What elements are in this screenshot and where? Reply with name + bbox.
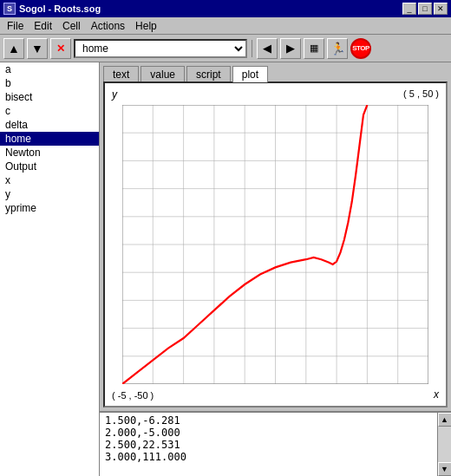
- sidebar-item-newton[interactable]: Newton: [0, 146, 99, 160]
- up-button[interactable]: ▲: [3, 38, 24, 59]
- x-axis-label: x: [434, 388, 439, 401]
- plot-container: y ( 5 , 50 ) ( -5 , -50 ) x: [103, 82, 448, 408]
- close-button[interactable]: ✕: [434, 3, 448, 15]
- sidebar-item-bisect[interactable]: bisect: [0, 90, 99, 104]
- y-axis-label: y: [112, 88, 117, 101]
- sidebar-item-delta[interactable]: delta: [0, 118, 99, 132]
- down-button[interactable]: ▼: [27, 38, 48, 59]
- output-line-4: 3.000,111.000: [105, 451, 432, 463]
- main-area: a b bisect c delta home Newton Output x …: [0, 62, 451, 476]
- minimize-button[interactable]: _: [402, 3, 416, 15]
- sidebar-item-yprime[interactable]: yprime: [0, 201, 99, 215]
- tab-plot[interactable]: plot: [232, 66, 268, 82]
- output-scrollbar[interactable]: ▲ ▼: [437, 413, 451, 476]
- menu-bar: File Edit Cell Actions Help: [0, 17, 451, 35]
- output-line-3: 2.500,22.531: [105, 439, 432, 451]
- back-button[interactable]: ◀: [257, 38, 278, 59]
- tab-value[interactable]: value: [141, 66, 185, 82]
- plot-top-right-coord: ( 5 , 50 ): [403, 88, 439, 99]
- cell-dropdown[interactable]: home a b bisect c delta Newton Output x …: [74, 39, 247, 58]
- window-title: Sogol - Roots.sog: [19, 3, 101, 14]
- menu-file[interactable]: File: [2, 18, 29, 34]
- scroll-up-button[interactable]: ▲: [438, 413, 452, 427]
- grid-button[interactable]: ▦: [304, 38, 324, 59]
- sidebar-item-a[interactable]: a: [0, 62, 99, 76]
- scroll-down-button[interactable]: ▼: [438, 462, 452, 476]
- forward-button[interactable]: ▶: [280, 38, 301, 59]
- tab-text[interactable]: text: [103, 66, 139, 82]
- menu-actions[interactable]: Actions: [86, 18, 130, 34]
- sidebar-item-home[interactable]: home: [0, 132, 99, 146]
- sidebar-item-y[interactable]: y: [0, 187, 99, 201]
- output-line-2: 2.000,-5.000: [105, 427, 432, 439]
- toolbar: ▲ ▼ ✕ home a b bisect c delta Newton Out…: [0, 35, 451, 62]
- menu-cell[interactable]: Cell: [57, 18, 86, 34]
- sidebar-item-c[interactable]: c: [0, 104, 99, 118]
- sidebar-item-x[interactable]: x: [0, 173, 99, 187]
- menu-help[interactable]: Help: [130, 18, 162, 34]
- menu-edit[interactable]: Edit: [29, 18, 57, 34]
- stop-button[interactable]: STOP: [350, 38, 371, 59]
- plot-bottom-left-coord: ( -5 , -50 ): [112, 390, 154, 401]
- sidebar-item-output[interactable]: Output: [0, 160, 99, 173]
- stop-icon: STOP: [352, 44, 369, 52]
- sidebar-item-b[interactable]: b: [0, 76, 99, 90]
- content-area: text value script plot y ( 5 , 50 ) ( -5…: [100, 62, 451, 476]
- title-bar: S Sogol - Roots.sog _ □ ✕: [0, 0, 451, 17]
- separator-1: [252, 40, 252, 57]
- tab-script[interactable]: script: [186, 66, 231, 82]
- scroll-track[interactable]: [438, 427, 451, 462]
- app-icon: S: [3, 3, 16, 15]
- output-line-1: 1.500,-6.281: [105, 414, 432, 427]
- output-text-area: 1.500,-6.281 2.000,-5.000 2.500,22.531 3…: [100, 413, 437, 476]
- tab-bar: text value script plot: [100, 62, 451, 82]
- sidebar: a b bisect c delta home Newton Output x …: [0, 62, 100, 476]
- maximize-button[interactable]: □: [418, 3, 432, 15]
- stop-small-button[interactable]: ✕: [50, 38, 71, 59]
- output-section: 1.500,-6.281 2.000,-5.000 2.500,22.531 3…: [100, 411, 451, 476]
- plot-svg: [122, 105, 428, 384]
- run-button[interactable]: 🏃: [327, 38, 348, 59]
